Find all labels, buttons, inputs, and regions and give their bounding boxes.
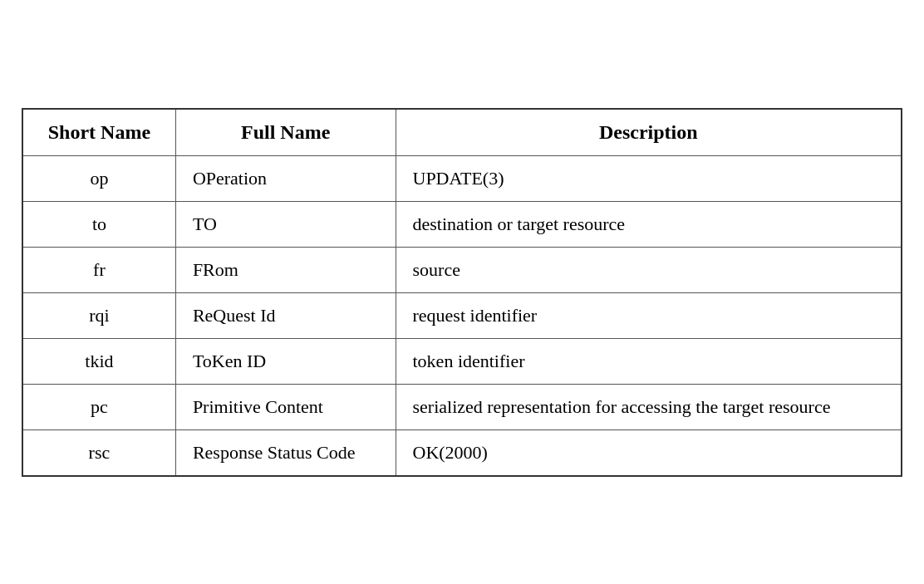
cell-short-name: op [22,155,175,201]
table-row: tkidToKen IDtoken identifier [22,338,902,384]
cell-description: source [396,247,902,292]
cell-short-name: pc [22,384,175,429]
cell-description: OK(2000) [396,429,902,476]
table-row: rqiReQuest Idrequest identifier [22,292,902,338]
cell-short-name: tkid [22,338,175,384]
cell-full-name: Response Status Code [175,429,396,476]
cell-description: request identifier [396,292,902,338]
data-table: Short Name Full Name Description opOPera… [22,108,902,477]
header-row: Short Name Full Name Description [22,109,902,156]
table-row: frFRomsource [22,247,902,292]
header-description: Description [396,109,902,156]
table-row: toTOdestination or target resource [22,201,902,247]
header-full-name: Full Name [175,109,396,156]
cell-short-name: fr [22,247,175,292]
cell-full-name: FRom [175,247,396,292]
cell-description: destination or target resource [396,201,902,247]
cell-short-name: rqi [22,292,175,338]
cell-description: UPDATE(3) [396,155,902,201]
cell-short-name: to [22,201,175,247]
table-row: rscResponse Status CodeOK(2000) [22,429,902,476]
cell-short-name: rsc [22,429,175,476]
header-short-name: Short Name [22,109,175,156]
cell-full-name: ReQuest Id [175,292,396,338]
cell-full-name: ToKen ID [175,338,396,384]
table-row: opOPerationUPDATE(3) [22,155,902,201]
cell-full-name: OPeration [175,155,396,201]
cell-full-name: TO [175,201,396,247]
cell-description: serialized representation for accessing … [396,384,902,429]
table-row: pcPrimitive Contentserialized representa… [22,384,902,429]
cell-full-name: Primitive Content [175,384,396,429]
cell-description: token identifier [396,338,902,384]
main-table-container: Short Name Full Name Description opOPera… [22,108,902,477]
